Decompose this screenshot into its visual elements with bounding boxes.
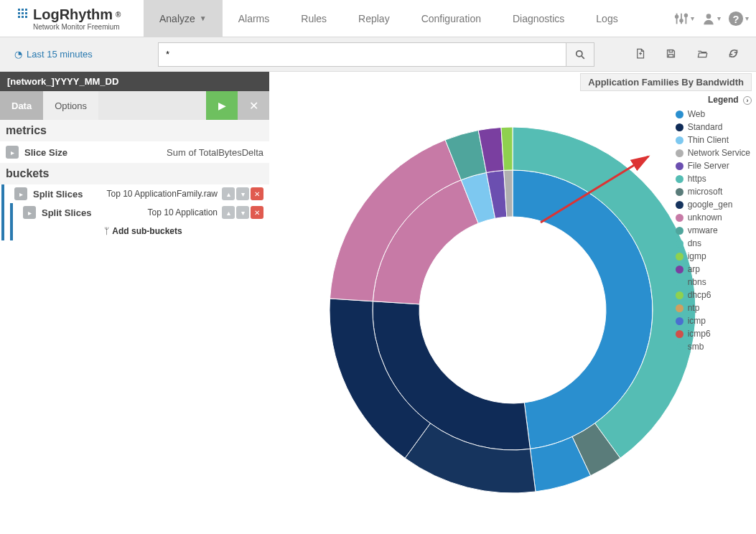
svg-text:?: ? (733, 13, 739, 24)
legend-item[interactable]: Standard (676, 122, 750, 132)
open-folder-icon[interactable] (696, 48, 708, 61)
time-picker[interactable]: ◔ Last 15 minutes (0, 49, 144, 60)
legend-item[interactable]: dns (676, 238, 750, 248)
bucket-move-up-button[interactable]: ▴ (222, 206, 235, 219)
nav-tab-alarms[interactable]: Alarms (223, 0, 286, 37)
legend-item[interactable]: Thin Client (676, 135, 750, 145)
legend-swatch (676, 253, 683, 261)
legend-item[interactable]: igmp (676, 251, 750, 261)
legend-item[interactable]: google_gen (676, 200, 750, 210)
legend-swatch (676, 136, 683, 144)
legend-collapse-icon: › (743, 96, 752, 105)
legend-item[interactable]: unknown (676, 212, 750, 222)
legend-label: Standard (688, 122, 723, 132)
nav-tab-logs[interactable]: Logs (580, 0, 633, 37)
legend-item[interactable]: icmp6 (676, 329, 750, 339)
legend-item[interactable]: ntp (676, 303, 750, 313)
svg-line-19 (582, 55, 584, 58)
apply-changes-button[interactable]: ▶ (206, 91, 238, 120)
add-sub-buckets-button[interactable]: ᛘAdd sub-buckets (17, 222, 269, 240)
user-icon[interactable]: ▾ (701, 11, 721, 26)
legend-label: ntp (688, 303, 700, 313)
index-pattern-header[interactable]: [network_]YYYY_MM_DD (0, 72, 269, 91)
legend-item[interactable]: smb (676, 342, 750, 352)
brand-logo[interactable]: LogRhythm® Network Monitor Freemium (0, 0, 144, 37)
chart-title: Application Families By Bandwidth (580, 73, 752, 91)
legend-swatch (676, 304, 683, 312)
refresh-icon[interactable] (728, 48, 739, 61)
svg-rect-3 (18, 12, 20, 14)
svg-rect-23 (669, 50, 673, 52)
nav-tabs: Analyze▼ Alarms Rules Replay Configurati… (144, 0, 673, 37)
nav-tab-rules[interactable]: Rules (285, 0, 342, 37)
legend-item[interactable]: icmp (676, 316, 750, 326)
new-doc-icon[interactable] (635, 48, 645, 61)
legend-item[interactable]: Network Service (676, 148, 750, 158)
metric-label: Slice Size (24, 147, 67, 158)
metric-toggle-button[interactable]: ▸ (6, 146, 19, 159)
panel-tab-data[interactable]: Data (0, 91, 43, 120)
bucket-value: Top 10 ApplicationFamily.raw (106, 189, 218, 199)
metrics-header: metrics (0, 120, 269, 141)
search-input[interactable] (158, 42, 566, 67)
svg-rect-7 (22, 16, 24, 18)
legend-label: icmp6 (688, 329, 711, 339)
legend-item[interactable]: dhcp6 (676, 290, 750, 300)
legend-swatch (676, 330, 683, 338)
svg-rect-0 (18, 9, 20, 11)
bucket-toggle-button[interactable]: ▸ (14, 187, 27, 200)
legend-item[interactable]: vmware (676, 225, 750, 235)
svg-rect-22 (668, 54, 673, 57)
metric-value: Sum of TotalBytesDelta (167, 147, 263, 158)
legend-item[interactable]: microsoft (676, 187, 750, 197)
legend-list: WebStandardThin ClientNetwork ServiceFil… (676, 109, 750, 352)
panel-tab-options[interactable]: Options (43, 91, 98, 120)
svg-rect-1 (22, 9, 24, 11)
legend-swatch (676, 227, 683, 235)
legend-label: Network Service (688, 148, 750, 158)
settings-sliders-icon[interactable]: ▾ (673, 11, 694, 27)
bucket-move-down-button[interactable]: ▾ (236, 187, 249, 200)
legend-item[interactable]: Web (676, 109, 750, 119)
legend-item[interactable]: nbns (676, 277, 750, 287)
svg-point-18 (577, 50, 582, 56)
nav-tab-diagnostics[interactable]: Diagnostics (497, 0, 580, 37)
legend-label: Thin Client (688, 135, 729, 145)
svg-rect-2 (25, 9, 27, 11)
svg-point-13 (680, 19, 683, 22)
legend-toggle[interactable]: Legend › (708, 95, 752, 105)
legend-label: nbns (688, 277, 706, 287)
nav-tab-replay[interactable]: Replay (342, 0, 406, 37)
legend-swatch (676, 175, 683, 183)
legend-label: File Server (688, 161, 729, 171)
help-icon[interactable]: ?▾ (728, 11, 749, 27)
legend-label: smb (688, 342, 704, 352)
discard-changes-button[interactable]: ✕ (238, 91, 269, 120)
bucket-delete-button[interactable]: ✕ (251, 187, 263, 200)
legend-swatch (676, 201, 683, 209)
svg-rect-8 (25, 16, 27, 18)
bucket-move-up-button[interactable]: ▴ (222, 187, 235, 200)
save-icon[interactable] (666, 48, 676, 61)
bucket-delete-button[interactable]: ✕ (251, 206, 263, 219)
legend-item[interactable]: arp (676, 264, 750, 274)
brand-tagline: Network Monitor Freemium (17, 23, 144, 31)
legend-swatch (676, 278, 683, 286)
nav-tab-analyze[interactable]: Analyze▼ (144, 0, 223, 37)
legend-label: igmp (688, 251, 706, 261)
svg-point-12 (676, 15, 678, 18)
legend-label: microsoft (688, 187, 723, 197)
legend-label: icmp (688, 316, 706, 326)
legend-swatch (676, 240, 683, 248)
legend-item[interactable]: File Server (676, 161, 750, 171)
bucket-move-down-button[interactable]: ▾ (236, 206, 249, 219)
legend-swatch (676, 343, 683, 351)
legend-item[interactable]: https (676, 174, 750, 184)
search-button[interactable] (566, 42, 594, 67)
svg-point-14 (685, 14, 688, 17)
legend-label: unknown (688, 212, 722, 222)
legend-swatch (676, 266, 683, 273)
legend-swatch (676, 291, 683, 299)
nav-tab-configuration[interactable]: Configuration (406, 0, 497, 37)
bucket-toggle-button[interactable]: ▸ (23, 206, 36, 219)
